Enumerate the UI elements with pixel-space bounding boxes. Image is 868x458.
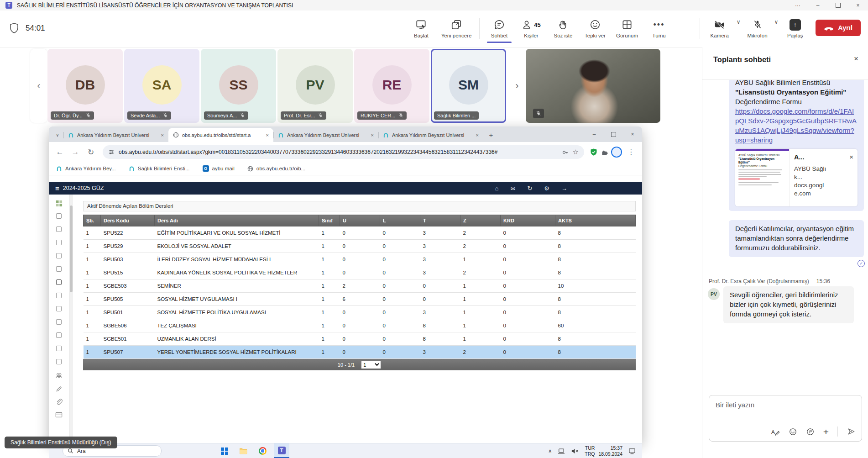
table-row[interactable]: 1SGBE506TEZ ÇALIŞMASI10081060: [84, 319, 636, 332]
sidebar-menu-checkbox[interactable]: [56, 306, 62, 311]
settings-gear-icon[interactable]: ⚙: [544, 185, 549, 192]
toolbar-button-new-window[interactable]: Yeni pencere: [437, 16, 476, 38]
preview-close-icon[interactable]: ×: [849, 152, 853, 162]
table-row[interactable]: 1SPU515KADINLARA YÖNELİK SOSYAL POLİTİKA…: [84, 266, 636, 279]
browser-menu-icon[interactable]: ⋮: [625, 148, 638, 156]
sidebar-menu-checkbox[interactable]: [56, 213, 62, 219]
participant-tile[interactable]: SSSoumeya A...: [201, 49, 276, 123]
table-row[interactable]: 1SPU501SOSYAL HİZMETTE POLİTİKA UYGULAMA…: [84, 306, 636, 319]
form-link[interactable]: https://docs.google.com/forms/d/e/1FAIpQ…: [735, 107, 857, 144]
chat-close-icon[interactable]: ×: [854, 54, 858, 63]
table-row[interactable]: 1SPU505SOSYAL HİZMET UYGULAMASI I1600108: [84, 293, 636, 306]
chat-message-sent[interactable]: AYBÜ Sağlık Bilimleri Enstitüsü "Lisansü…: [729, 79, 864, 211]
bookmark-item[interactable]: Sağlık Bilimleri Ensti...: [129, 166, 190, 172]
participant-tile[interactable]: RERUKİYE CER...: [354, 49, 429, 123]
refresh-icon[interactable]: ↻: [527, 185, 532, 192]
table-row[interactable]: 1SPU529EKOLOJİ VE SOSYAL ADALET1003208: [84, 240, 636, 253]
forward-button[interactable]: →: [69, 147, 82, 157]
filmstrip-previous-button[interactable]: ‹: [30, 49, 47, 123]
filmstrip-next-button[interactable]: ›: [510, 49, 524, 123]
password-key-icon[interactable]: [562, 149, 569, 156]
card-display-icon[interactable]: [55, 412, 63, 418]
tab-close-icon[interactable]: ×: [265, 132, 270, 138]
sidebar-menu-checkbox[interactable]: [56, 319, 62, 325]
link-preview-card[interactable]: AYBÜ Sağlık Bilimleri Enstitüsü "Lisansü…: [735, 149, 858, 206]
sidebar-scrollbar[interactable]: [69, 195, 73, 443]
loop-gif-icon[interactable]: [806, 427, 815, 436]
emoji-icon[interactable]: [789, 427, 797, 436]
toolbar-button-view[interactable]: Görünüm: [611, 16, 643, 38]
mic-options-chevron-icon[interactable]: ∨: [774, 19, 779, 25]
chrome-button[interactable]: [255, 443, 270, 458]
toolbar-button-microphone[interactable]: Mikrofon: [742, 16, 774, 38]
chat-message-received[interactable]: Sevgili öğrenciler, geri bildirimleriniz…: [723, 286, 854, 323]
sidebar-menu-checkbox[interactable]: [56, 359, 62, 364]
sidebar-menu-checkbox[interactable]: [56, 266, 62, 272]
address-bar[interactable]: obs.aybu.edu.tr/oibs/std/start.aspx?gkm=…: [103, 145, 584, 159]
home-icon[interactable]: ⌂: [495, 185, 499, 192]
browser-tab-active[interactable]: obs.aybu.edu.tr/oibs/std/start.a ×: [168, 128, 273, 142]
new-tab-button[interactable]: +: [485, 129, 497, 141]
sidebar-menu-checkbox[interactable]: [56, 332, 62, 338]
tab-close-icon[interactable]: ×: [370, 132, 375, 138]
file-explorer-button[interactable]: [235, 443, 251, 458]
leave-button[interactable]: Ayrıl: [816, 20, 861, 36]
chat-messages[interactable]: AYBÜ Sağlık Bilimleri Enstitüsü "Lisansü…: [702, 79, 868, 393]
participant-video-tile[interactable]: [526, 49, 660, 123]
toolbar-button-raise-hand[interactable]: Söz iste: [547, 16, 579, 38]
toolbar-button-camera[interactable]: Kamera: [704, 16, 736, 38]
page-select[interactable]: 1: [361, 360, 381, 369]
adblock-shield-icon[interactable]: [590, 148, 598, 156]
attachment-clip-icon[interactable]: [56, 399, 63, 405]
browser-maximize-button[interactable]: [604, 126, 623, 142]
tray-clock[interactable]: TURTRQ 15:3718.09.2024: [585, 445, 622, 457]
table-row[interactable]: 1SPU522EĞİTİM POLİTİKALARI VE OKUL SOSYA…: [84, 226, 636, 240]
participant-tile[interactable]: SASevde Asla...: [124, 49, 199, 123]
tab-search-button[interactable]: ∨: [52, 129, 63, 141]
notification-center-icon[interactable]: [628, 448, 636, 454]
window-more-button[interactable]: ···: [788, 0, 808, 11]
participant-tile[interactable]: SMSağlık Bilimleri ...: [431, 49, 506, 123]
sidebar-menu-checkbox[interactable]: [56, 293, 62, 298]
edit-pencil-icon[interactable]: [56, 385, 63, 392]
speaker-muted-icon[interactable]: [571, 448, 579, 454]
window-maximize-button[interactable]: [828, 0, 848, 11]
sidebar-menu-checkbox[interactable]: [56, 346, 62, 351]
table-row[interactable]: 1SPU503İLERİ DÜZEY SOSYAL HİZMET MÜDAHAL…: [84, 253, 636, 266]
bookmark-item[interactable]: obs.aybu.edu.tr/oib...: [247, 166, 305, 172]
hamburger-menu-icon[interactable]: ≡: [55, 184, 59, 192]
attach-plus-icon[interactable]: +: [823, 427, 829, 436]
tab-close-icon[interactable]: ×: [160, 132, 165, 138]
logout-icon[interactable]: →: [561, 185, 567, 192]
profile-avatar[interactable]: [611, 147, 622, 158]
chat-message-sent[interactable]: Değerli Katılımcılar, oryantasyon eğitim…: [729, 220, 864, 257]
tray-expand-icon[interactable]: ∧: [548, 448, 552, 454]
toolbar-button-people[interactable]: 45 Kişiler: [515, 16, 547, 38]
table-row[interactable]: 1SPU507YEREL YÖNETİMLERDE SOSYAL HİZMET …: [84, 346, 636, 359]
people-menu-icon[interactable]: [55, 372, 63, 379]
mail-icon[interactable]: ✉: [511, 185, 516, 192]
camera-options-chevron-icon[interactable]: ∨: [737, 19, 741, 25]
sidebar-menu-checkbox[interactable]: [56, 240, 62, 245]
toolbar-button-share[interactable]: ↑ Paylaş: [779, 16, 811, 38]
window-minimize-button[interactable]: –: [808, 0, 828, 11]
participant-tile[interactable]: DBDr. Öğr. Üy...: [47, 49, 123, 123]
bookmark-item[interactable]: Ankara Yıldırım Bey...: [56, 166, 116, 172]
toolbar-button-react[interactable]: Tepki ver: [579, 16, 611, 38]
tab-close-icon[interactable]: ×: [475, 132, 480, 138]
toolbar-button-more-all[interactable]: ••• Tümü: [643, 16, 675, 38]
browser-close-button[interactable]: ×: [623, 126, 642, 142]
toolbar-button-chat[interactable]: Sohbet: [483, 16, 515, 38]
back-button[interactable]: ←: [53, 147, 66, 157]
sidebar-menu-checkbox[interactable]: [56, 279, 62, 285]
sidebar-menu-checkbox[interactable]: [56, 253, 62, 258]
laptop-icon[interactable]: [558, 448, 565, 454]
modules-grid-icon[interactable]: [56, 200, 63, 207]
start-button[interactable]: [216, 443, 232, 458]
browser-tab[interactable]: Ankara Yıldırım Beyazıt Üniversi ×: [63, 128, 168, 142]
format-icon[interactable]: A: [771, 427, 780, 436]
bookmark-item[interactable]: O aybu mail: [203, 165, 235, 172]
extensions-puzzle-icon[interactable]: [601, 148, 608, 156]
window-close-button[interactable]: ×: [848, 0, 868, 11]
reload-button[interactable]: ↻: [84, 147, 97, 157]
